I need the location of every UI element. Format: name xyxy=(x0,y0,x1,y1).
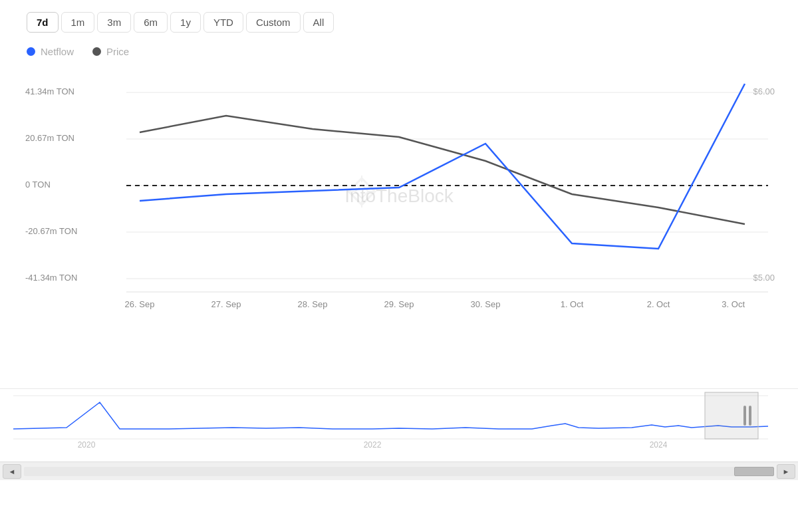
time-btn-ytd[interactable]: YTD xyxy=(203,12,243,33)
time-btn-all[interactable]: All xyxy=(303,12,334,33)
scrollbar: ◄ ► xyxy=(0,462,798,480)
x-label-4: 29. Sep xyxy=(384,299,414,309)
x-label-6: 1. Oct xyxy=(561,299,584,309)
main-chart-area: 41.34m TON 20.67m TON 0 TON -20.67m TON … xyxy=(0,63,798,388)
time-btn-custom[interactable]: Custom xyxy=(246,12,301,33)
y-label-5: -41.34m TON xyxy=(25,273,77,283)
legend-price: Price xyxy=(92,46,129,57)
time-btn-1m[interactable]: 1m xyxy=(61,12,95,33)
price-dot xyxy=(92,47,101,56)
time-btn-1y[interactable]: 1y xyxy=(170,12,201,33)
time-btn-3m[interactable]: 3m xyxy=(97,12,131,33)
y-label-1: 41.34m TON xyxy=(25,86,74,96)
y-label-4: -20.67m TON xyxy=(25,226,77,236)
netflow-dot xyxy=(27,47,35,56)
main-container: 7d1m3m6m1yYTDCustomAll Netflow Price 41.… xyxy=(0,0,798,532)
x-label-1: 26. Sep xyxy=(125,299,155,309)
x-label-3: 28. Sep xyxy=(298,299,328,309)
x-label-5: 30. Sep xyxy=(471,299,501,309)
price-label: Price xyxy=(106,46,129,57)
mini-year-2022: 2022 xyxy=(364,440,382,450)
y-label-3: 0 TON xyxy=(25,180,51,190)
scroll-left-arrow[interactable]: ◄ xyxy=(3,464,21,479)
scroll-track[interactable] xyxy=(24,467,774,476)
mini-chart-area: 2020 2022 2024 xyxy=(0,388,798,462)
y-label-2: 20.67m TON xyxy=(25,133,74,143)
x-label-8: 3. Oct xyxy=(722,299,745,309)
price-line xyxy=(140,116,745,224)
mini-netflow-line xyxy=(13,402,768,429)
x-label-2: 27. Sep xyxy=(211,299,241,309)
scroll-handle-icon-2 xyxy=(749,406,751,426)
time-range-bar: 7d1m3m6m1yYTDCustomAll xyxy=(0,0,798,39)
mini-year-2020: 2020 xyxy=(78,440,96,450)
mini-year-2024: 2024 xyxy=(650,440,668,450)
chart-legend: Netflow Price xyxy=(0,39,798,63)
legend-netflow: Netflow xyxy=(27,46,74,57)
scroll-handle-icon xyxy=(743,406,746,426)
mini-chart-svg: 2020 2022 2024 xyxy=(0,389,798,462)
time-btn-7d[interactable]: 7d xyxy=(27,12,59,33)
scroll-right-arrow[interactable]: ► xyxy=(777,464,795,479)
x-label-7: 2. Oct xyxy=(647,299,670,309)
y-right-label-2: $5.00 xyxy=(753,273,775,283)
main-chart-svg: 41.34m TON 20.67m TON 0 TON -20.67m TON … xyxy=(0,63,798,388)
time-btn-6m[interactable]: 6m xyxy=(134,12,168,33)
scroll-thumb[interactable] xyxy=(734,467,774,476)
netflow-line xyxy=(140,84,745,249)
y-right-label-1: $6.00 xyxy=(753,86,775,96)
netflow-label: Netflow xyxy=(41,46,74,57)
